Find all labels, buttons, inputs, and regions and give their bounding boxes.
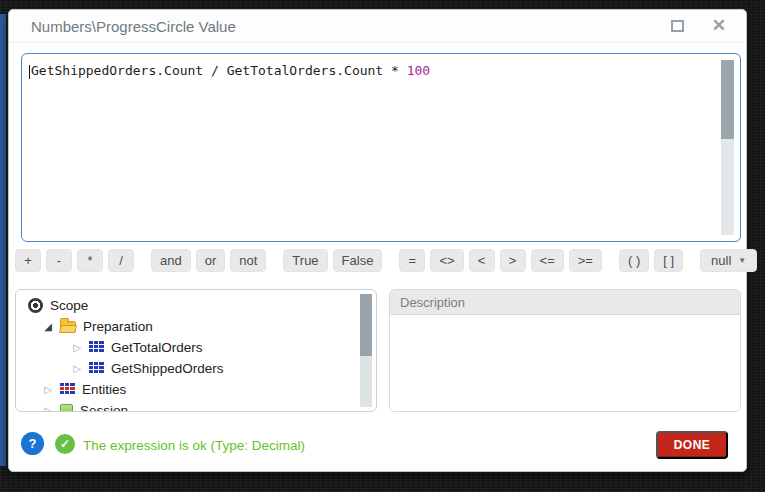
expression-number-literal: 100 <box>407 63 430 78</box>
tree-item-label: Session <box>80 403 128 412</box>
tree-item-scope[interactable]: Scope <box>16 295 376 316</box>
tree-collapsed-arrow-icon[interactable]: ▷ <box>72 364 82 374</box>
tree-item-label: GetTotalOrders <box>111 340 203 355</box>
tree-item-session[interactable]: ▷ Session <box>16 400 376 412</box>
description-header: Description <box>390 290 740 315</box>
aggregate-table-icon <box>89 341 104 354</box>
false-button[interactable]: False <box>333 249 383 272</box>
editor-scrollbar-thumb[interactable] <box>721 60 734 139</box>
tree-item-entities[interactable]: ▷ Entities <box>16 379 376 400</box>
aggregate-table-icon <box>89 362 104 375</box>
not-equals-operator-button[interactable]: <> <box>430 249 463 272</box>
parentheses-button[interactable]: ( ) <box>619 249 649 272</box>
square-brackets-button[interactable]: [ ] <box>654 249 683 272</box>
description-body <box>390 315 740 411</box>
scope-tree: Scope ◢ Preparation ▷ GetTotalOrders <box>16 290 376 412</box>
expression-editor-dialog: Numbers\ProgressCircle Value ✕ GetShippe… <box>8 9 747 472</box>
tree-scrollbar-thumb[interactable] <box>360 294 372 356</box>
divide-operator-button[interactable]: / <box>108 249 134 272</box>
folder-open-icon <box>60 321 76 333</box>
greater-equal-operator-button[interactable]: >= <box>569 249 602 272</box>
done-button[interactable]: DONE <box>656 431 728 459</box>
null-dropdown-button[interactable]: null ▼ <box>700 249 757 272</box>
close-icon[interactable]: ✕ <box>712 19 726 32</box>
text-caret <box>29 65 30 79</box>
description-panel: Description <box>389 289 741 412</box>
less-equal-operator-button[interactable]: <= <box>531 249 564 272</box>
scope-tree-panel: Scope ◢ Preparation ▷ GetTotalOrders <box>15 289 377 412</box>
tree-item-getshippedorders[interactable]: ▷ GetShippedOrders <box>16 358 376 379</box>
logical-group: and or not <box>151 249 266 272</box>
background-app-edge <box>0 14 6 466</box>
equals-operator-button[interactable]: = <box>399 249 425 272</box>
tree-collapsed-arrow-icon[interactable]: ▷ <box>43 406 53 413</box>
tree-expanded-arrow-icon[interactable]: ◢ <box>43 322 53 332</box>
help-icon[interactable]: ? <box>21 432 44 455</box>
tree-item-gettotalorders[interactable]: ▷ GetTotalOrders <box>16 337 376 358</box>
brackets-group: ( ) [ ] <box>619 249 683 272</box>
session-icon <box>60 404 73 412</box>
dialog-title: Numbers\ProgressCircle Value <box>31 18 236 35</box>
tree-collapsed-arrow-icon[interactable]: ▷ <box>72 343 82 353</box>
expression-editor[interactable]: GetShippedOrders.Count / GetTotalOrders.… <box>21 53 741 242</box>
tree-collapsed-arrow-icon[interactable]: ▷ <box>43 385 53 395</box>
null-group: null ▼ <box>700 249 757 272</box>
tree-item-label: Scope <box>50 298 88 313</box>
tree-item-label: Entities <box>82 382 126 397</box>
editor-scrollbar[interactable] <box>721 60 734 235</box>
greater-than-operator-button[interactable]: > <box>500 249 526 272</box>
tree-item-preparation[interactable]: ◢ Preparation <box>16 316 376 337</box>
maximize-icon[interactable] <box>671 20 684 32</box>
or-operator-button[interactable]: or <box>196 249 226 272</box>
tree-item-label: GetShippedOrders <box>111 361 224 376</box>
boolean-group: True False <box>283 249 382 272</box>
arithmetic-group: + - * / <box>15 249 134 272</box>
expression-status-message: The expression is ok (Type: Decimal) <box>83 438 305 453</box>
check-circle-icon: ✓ <box>55 434 75 454</box>
not-operator-button[interactable]: not <box>230 249 266 272</box>
plus-operator-button[interactable]: + <box>15 249 41 272</box>
tree-scrollbar[interactable] <box>360 294 372 407</box>
true-button[interactable]: True <box>283 249 327 272</box>
entities-table-icon <box>60 383 75 396</box>
window-controls: ✕ <box>671 19 726 32</box>
chevron-down-icon: ▼ <box>738 256 746 265</box>
operator-toolbar: + - * / and or not True False = <> < > <… <box>15 249 740 272</box>
comparison-group: = <> < > <= >= <box>399 249 602 272</box>
scope-icon <box>28 298 43 313</box>
null-label: null <box>711 253 731 268</box>
multiply-operator-button[interactable]: * <box>77 249 103 272</box>
expression-text[interactable]: GetShippedOrders.Count / GetTotalOrders.… <box>29 63 716 79</box>
expression-code: GetShippedOrders.Count / GetTotalOrders.… <box>31 63 407 78</box>
minus-operator-button[interactable]: - <box>46 249 72 272</box>
dialog-titlebar: Numbers\ProgressCircle Value ✕ <box>9 10 746 43</box>
tree-item-label: Preparation <box>83 319 153 334</box>
and-operator-button[interactable]: and <box>151 249 191 272</box>
less-than-operator-button[interactable]: < <box>469 249 495 272</box>
